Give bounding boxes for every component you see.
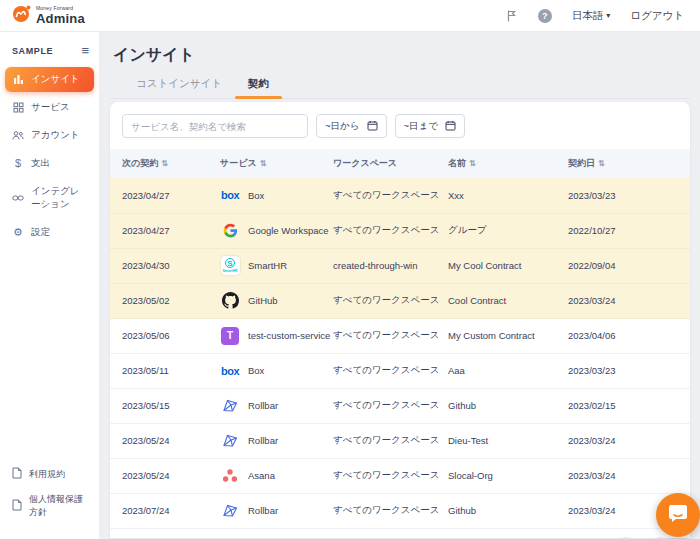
tab-bar: コストインサイト 契約 (110, 77, 690, 99)
workspace-cell: すべてのワークスペース (333, 353, 448, 388)
column-name[interactable]: 名前⇅ (448, 149, 568, 178)
service-cell: Rollbar (220, 423, 333, 458)
whats-new-flag-icon[interactable] (505, 9, 518, 23)
language-selector[interactable]: 日本語 ▾ (572, 9, 611, 23)
contract-date-cell: 2022/09/04 (568, 248, 690, 283)
contract-date-cell: 2023/03/24 (568, 423, 690, 458)
contract-date-cell: 2023/03/23 (568, 178, 690, 213)
sidebar-item-integrations[interactable]: インテグレーション (5, 179, 94, 217)
money-forward-mark-icon (12, 4, 31, 27)
main-content: インサイト コストインサイト 契約 ~日から ~日まで (100, 32, 700, 539)
sidebar-item-spend[interactable]: $ 支出 (5, 151, 94, 176)
chat-bubble-icon (667, 502, 689, 528)
sidebar-item-label: 個人情報保護方針 (29, 493, 87, 519)
dollar-icon: $ (12, 158, 24, 169)
sidebar-item-label: 支出 (31, 157, 50, 170)
sidebar-item-services[interactable]: サービス (5, 95, 94, 120)
sort-icon: ⇅ (469, 159, 476, 168)
pagination-next-button[interactable]: › (648, 537, 672, 539)
date-to-picker[interactable]: ~日まで (395, 114, 466, 138)
table-row[interactable]: 2023/04/27 Google Workspace すべてのワークスペース … (110, 213, 690, 248)
contract-date-cell: 2022/10/27 (568, 213, 690, 248)
search-input[interactable] (122, 114, 308, 138)
sidebar-item-label: 利用規約 (29, 468, 65, 481)
contract-date-cell: 2023/03/24 (568, 283, 690, 318)
link-icon (12, 193, 24, 203)
name-cell: Slocal-Org (448, 458, 568, 493)
table-row[interactable]: 2023/07/24 Rollbar すべてのワークスペース Github 20… (110, 493, 690, 528)
top-header: Money Forward Admina ? 日本語 ▾ ログアウト (0, 0, 700, 32)
workspace-cell: すべてのワークスペース (333, 458, 448, 493)
service-cell: boxBox (220, 353, 333, 388)
column-next-contract[interactable]: 次の契約⇅ (110, 149, 220, 178)
admina-logo[interactable]: Money Forward Admina (12, 4, 85, 27)
chat-widget-button[interactable] (656, 493, 700, 537)
next-contract-cell: 2023/04/30 (110, 248, 220, 283)
name-cell: Github (448, 388, 568, 423)
contract-date-cell: 2023/03/24 (568, 458, 690, 493)
tab-cost-insight[interactable]: コストインサイト (123, 77, 235, 98)
sort-icon: ⇅ (161, 159, 168, 168)
table-row[interactable]: 2023/05/24 Rollbar すべてのワークスペース Dieu-Test… (110, 423, 690, 458)
help-icon[interactable]: ? (538, 9, 552, 23)
service-cell: Asana (220, 458, 333, 493)
sidebar: SAMPLE ≡ インサイト サービス アカウント (0, 32, 100, 539)
bar-chart-icon (12, 74, 24, 85)
calendar-icon (445, 120, 456, 133)
sidebar-item-accounts[interactable]: アカウント (5, 123, 94, 148)
workspace-cell: すべてのワークスペース (333, 213, 448, 248)
name-cell: Github (448, 493, 568, 528)
name-cell: Xxx (448, 178, 568, 213)
document-icon (12, 467, 22, 481)
rollbar-logo-icon (220, 396, 240, 416)
date-from-picker[interactable]: ~日から (316, 114, 387, 138)
sidebar-item-settings[interactable]: ⚙ 設定 (5, 220, 94, 245)
column-contract-date[interactable]: 契約日⇅ (568, 149, 690, 178)
contract-date-cell: 2023/02/15 (568, 388, 690, 423)
table-row[interactable]: 2023/04/27 boxBox すべてのワークスペース Xxx 2023/0… (110, 178, 690, 213)
rollbar-logo-icon (220, 501, 240, 521)
table-row[interactable]: 2023/05/15 Rollbar すべてのワークスペース Github 20… (110, 388, 690, 423)
workspace-cell: すべてのワークスペース (333, 493, 448, 528)
document-icon (12, 499, 22, 513)
column-workspace: ワークスペース (333, 149, 448, 178)
name-cell: Cool Contract (448, 283, 568, 318)
google-workspace-logo-icon (220, 221, 240, 241)
table-row[interactable]: 2023/05/06 Ttest-custom-service すべてのワークス… (110, 318, 690, 353)
sort-icon: ⇅ (598, 159, 605, 168)
table-row[interactable]: 2023/05/24 Asana すべてのワークスペース Slocal-Org … (110, 458, 690, 493)
people-icon (12, 130, 24, 141)
table-row[interactable]: 2023/04/30 SSmartHRSmartHR created-throu… (110, 248, 690, 283)
table-row[interactable]: 2023/05/11 boxBox すべてのワークスペース Aaa 2023/0… (110, 353, 690, 388)
tab-contracts[interactable]: 契約 (235, 77, 282, 98)
workspace-cell: すべてのワークスペース (333, 423, 448, 458)
service-cell: Rollbar (220, 493, 333, 528)
pagination-prev-button[interactable]: ‹ (614, 537, 638, 539)
sidebar-item-label: インサイト (31, 73, 80, 86)
sidebar-item-terms[interactable]: 利用規約 (5, 461, 94, 487)
table-row[interactable]: 2023/05/02 GitHub すべてのワークスペース Cool Contr… (110, 283, 690, 318)
rollbar-logo-icon (220, 431, 240, 451)
contract-date-cell: 2023/04/06 (568, 318, 690, 353)
pagination: ‹ › (110, 529, 690, 539)
service-cell: SSmartHRSmartHR (220, 248, 333, 283)
service-cell: Google Workspace (220, 213, 333, 248)
next-contract-cell: 2023/05/24 (110, 423, 220, 458)
next-contract-cell: 2023/05/02 (110, 283, 220, 318)
sidebar-item-insight[interactable]: インサイト (5, 67, 94, 92)
next-contract-cell: 2023/05/11 (110, 353, 220, 388)
service-cell: boxBox (220, 178, 333, 213)
workspace-cell: すべてのワークスペース (333, 178, 448, 213)
sidebar-collapse-icon[interactable]: ≡ (81, 44, 89, 57)
logout-button[interactable]: ログアウト (630, 9, 684, 23)
sidebar-item-privacy-policy[interactable]: 個人情報保護方針 (5, 487, 94, 525)
date-from-label: ~日から (325, 120, 360, 133)
service-cell: Rollbar (220, 388, 333, 423)
column-service[interactable]: サービス⇅ (220, 149, 333, 178)
service-cell: GitHub (220, 283, 333, 318)
language-label: 日本語 (572, 9, 604, 23)
brand-product: Admina (36, 12, 85, 25)
next-contract-cell: 2023/05/06 (110, 318, 220, 353)
filter-bar: ~日から ~日まで (110, 102, 690, 149)
workspace-cell: すべてのワークスペース (333, 283, 448, 318)
